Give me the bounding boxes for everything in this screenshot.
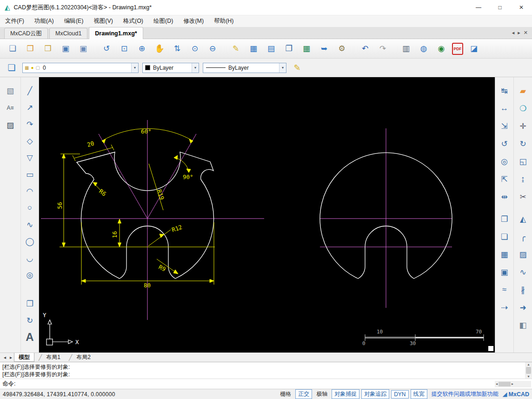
array-icon[interactable]: ▦ — [498, 247, 512, 261]
tab-layout2[interactable]: 布局2 — [65, 353, 95, 362]
layer-manager-icon[interactable]: ❏ — [5, 61, 19, 75]
extend-icon[interactable]: ↨ — [516, 172, 530, 186]
canvas-corner-handle[interactable] — [488, 346, 493, 351]
chevron-down-icon[interactable]: ▾ — [192, 63, 199, 73]
rotate-tool-icon[interactable]: ↻ — [23, 313, 37, 327]
circle-tool-icon[interactable]: ○ — [23, 201, 37, 215]
scroll-left-icon[interactable]: ◂ — [496, 382, 498, 386]
offset-icon[interactable]: ❏ — [498, 230, 512, 244]
command-prompt-input[interactable]: 命令: — [2, 380, 15, 388]
close-button[interactable]: ✕ — [511, 0, 532, 15]
layer-select[interactable]: ▦ ● ▢ 0 ▾ — [22, 63, 139, 73]
linetype-select[interactable]: ByLayer ▾ — [203, 63, 286, 73]
text-align-icon[interactable]: A≡ — [3, 101, 17, 115]
tab-layout1[interactable]: 布局1 — [34, 353, 65, 362]
donut-tool-icon[interactable]: ◎ — [23, 268, 37, 282]
toggle-polar[interactable]: 极轴 — [314, 390, 330, 399]
open-file-icon[interactable]: ❒ — [41, 42, 55, 56]
ellipse-tool-icon[interactable]: ◯ — [23, 234, 37, 248]
join-icon[interactable]: ↹ — [498, 84, 512, 98]
color-select[interactable]: ByLayer ▾ — [142, 63, 199, 73]
scale-icon[interactable]: ◱ — [516, 154, 530, 168]
regular-polygon-tool-icon[interactable]: ▽ — [23, 151, 37, 165]
menu-file[interactable]: 文件(F) — [0, 15, 29, 27]
vscrollbar-thumb[interactable] — [526, 367, 531, 374]
move-icon[interactable]: ✛ — [516, 119, 530, 133]
polygon-tool-icon[interactable]: ◇ — [23, 134, 37, 148]
rotate-icon[interactable]: ↻ — [516, 137, 530, 151]
copy-icon[interactable]: ❍ — [516, 101, 530, 115]
undo-icon[interactable]: ↶ — [358, 42, 372, 56]
menu-view[interactable]: 视图(V) — [88, 15, 118, 27]
rectangle-tool-icon[interactable]: ▭ — [23, 167, 37, 181]
toggle-grid[interactable]: 栅格 — [278, 390, 293, 399]
copy-object-icon[interactable]: ❐ — [498, 212, 512, 226]
copy-tool-icon[interactable]: ❐ — [23, 297, 37, 311]
redo-icon[interactable]: ↷ — [376, 42, 390, 56]
chevron-down-icon[interactable]: ▾ — [279, 63, 286, 73]
layout-scroll-left-icon[interactable]: ◂ — [2, 355, 8, 360]
hatch-tool-icon[interactable]: ▨ — [3, 118, 17, 132]
measure-icon[interactable]: ↔ — [498, 101, 512, 115]
scroll-down-icon[interactable]: ▾ — [527, 374, 529, 379]
new-file-icon[interactable]: ❏ — [6, 42, 20, 56]
draw-settings-icon[interactable]: ✎ — [290, 61, 304, 75]
tab-scroll-right-icon[interactable]: ▸ — [518, 30, 520, 36]
menu-draw[interactable]: 绘图(D) — [148, 15, 178, 27]
text-tool-icon[interactable]: A — [23, 330, 37, 344]
drawing-canvas[interactable]: 56 16 80 — [39, 77, 495, 352]
stretch-icon[interactable]: ⇲ — [498, 119, 512, 133]
scroll-right-icon[interactable]: ▸ — [512, 382, 513, 386]
pan-icon[interactable]: ✋ — [153, 42, 166, 56]
page-setup-icon[interactable]: ⚙ — [335, 42, 349, 56]
minimize-button[interactable]: — — [468, 0, 489, 15]
erase-icon[interactable]: ▰ — [516, 84, 530, 98]
command-vscrollbar[interactable]: ▴ ▾ — [525, 362, 532, 379]
leader-icon[interactable]: ➜ — [516, 300, 530, 314]
menu-help[interactable]: 帮助(H) — [209, 15, 239, 27]
tab-model[interactable]: 模型 — [14, 353, 34, 362]
menu-modify[interactable]: 修改(M) — [178, 15, 209, 27]
save-icon[interactable]: ▣ — [59, 42, 73, 56]
menu-function[interactable]: 功能(A) — [29, 15, 59, 27]
chevron-down-icon[interactable]: ▾ — [131, 63, 138, 73]
text-lines-icon[interactable]: ▤ — [264, 42, 278, 56]
arc-tool-icon[interactable]: ◠ — [23, 184, 37, 198]
scale-ref-icon[interactable]: ◎ — [498, 154, 512, 168]
tab-drawing1[interactable]: Drawing1.mxg* — [89, 27, 143, 39]
insert-image-icon[interactable]: ▧ — [3, 84, 17, 98]
mirror-icon[interactable]: ◭ — [516, 212, 530, 226]
maximize-button[interactable]: □ — [489, 0, 511, 15]
web-publish-icon[interactable]: ◉ — [434, 42, 448, 56]
spline-tool-icon[interactable]: ∿ — [23, 218, 37, 232]
distance-icon[interactable]: ⇹ — [498, 190, 512, 204]
zoom-out-icon[interactable]: ⊖ — [206, 42, 219, 56]
web-browse-icon[interactable]: ◍ — [417, 42, 431, 56]
xline-tool-icon[interactable]: ↗ — [23, 100, 37, 114]
spline-edit-icon[interactable]: ∿ — [516, 265, 530, 279]
polyline-tool-icon[interactable]: ↷ — [23, 117, 37, 131]
rotate-ref-icon[interactable]: ↺ — [498, 137, 512, 151]
toggle-dyn[interactable]: DYN — [391, 390, 408, 399]
pdf-export-icon[interactable]: PDF — [452, 43, 463, 55]
layout-scroll-right-icon[interactable]: ▸ — [8, 355, 14, 360]
tab-close-icon[interactable]: ✕ — [524, 30, 528, 36]
table-style-icon[interactable]: ▦ — [299, 42, 313, 56]
menu-edit[interactable]: 编辑(E) — [59, 15, 89, 27]
feedback-link[interactable]: 提交软件问题或增加新功能 — [430, 390, 500, 398]
layout-view-icon[interactable]: ❐ — [282, 42, 296, 56]
pencil-edit-icon[interactable]: ✎ — [229, 42, 243, 56]
block-icon[interactable]: ▣ — [498, 265, 512, 279]
explode-icon[interactable]: ⇢ — [498, 300, 512, 314]
line-tool-icon[interactable]: ╱ — [23, 84, 37, 98]
zoom-scale-icon[interactable]: ⇅ — [170, 42, 184, 56]
fillet-icon[interactable]: ╭ — [516, 230, 530, 244]
break-icon[interactable]: ∦ — [516, 283, 530, 297]
command-hscrollbar[interactable]: ◂ ▸ — [495, 381, 531, 387]
hatch-edit-icon[interactable]: ▨ — [516, 247, 530, 261]
zoom-in-icon[interactable]: ⊕ — [135, 42, 149, 56]
menu-format[interactable]: 格式(O) — [118, 15, 148, 27]
arc-3point-tool-icon[interactable]: ◡ — [23, 251, 37, 265]
scroll-up-icon[interactable]: ▴ — [527, 362, 529, 366]
align-icon[interactable]: ⇱ — [498, 172, 512, 186]
